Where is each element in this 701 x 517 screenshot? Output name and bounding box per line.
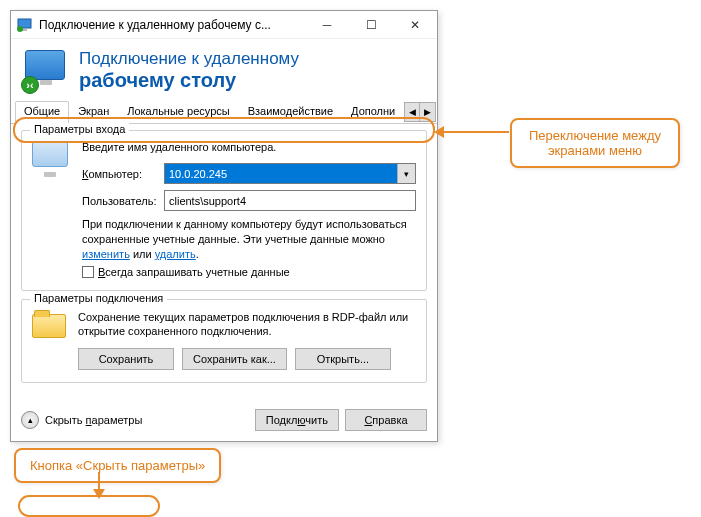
login-group: Параметры входа Введите имя удаленного к… (21, 130, 427, 291)
login-instruction: Введите имя удаленного компьютера. (82, 141, 416, 153)
user-label: Пользователь: (82, 195, 164, 207)
callout-tabs: Переключение между экранами меню (510, 118, 680, 168)
minimize-button[interactable]: ─ (305, 11, 349, 39)
maximize-button[interactable]: ☐ (349, 11, 393, 39)
app-icon (17, 17, 33, 33)
header-line1: Подключение к удаленному (79, 49, 299, 69)
user-input[interactable]: clients\support4 (164, 190, 416, 211)
edit-credentials-link[interactable]: изменить (82, 248, 130, 260)
tab-advanced[interactable]: Дополни (342, 101, 404, 124)
footer: ▴ Скрыть параметры Скрыть параметры Подк… (11, 401, 437, 441)
open-button[interactable]: Открыть... (295, 348, 391, 370)
highlight-collapse (18, 495, 160, 517)
computer-value[interactable]: 10.0.20.245 (165, 164, 397, 183)
help-button[interactable]: Справка (345, 409, 427, 431)
callout-hide: Кнопка «Скрыть параметры» (14, 448, 221, 483)
header-icon: ›‹ (25, 50, 67, 92)
chevron-down-icon[interactable]: ▾ (397, 164, 415, 183)
header-line2: рабочему столу (79, 69, 299, 92)
connect-button[interactable]: Подключить (255, 409, 339, 431)
computer-input[interactable]: 10.0.20.245 ▾ (164, 163, 416, 184)
tab-scroll-right[interactable]: ▶ (420, 102, 436, 122)
rdp-window: Подключение к удаленному рабочему с... ─… (10, 10, 438, 442)
login-group-title: Параметры входа (30, 123, 129, 135)
connection-text: Сохранение текущих параметров подключени… (78, 310, 416, 340)
arrow-hide-head (93, 489, 105, 499)
tab-experience[interactable]: Взаимодействие (239, 101, 342, 124)
hide-options-link[interactable]: Скрыть параметры (45, 414, 142, 426)
tab-general[interactable]: Общие (15, 101, 69, 124)
saved-credentials-note: При подключении к данному компьютеру буд… (82, 217, 416, 262)
titlebar: Подключение к удаленному рабочему с... ─… (11, 11, 437, 39)
always-ask-checkbox[interactable] (82, 266, 94, 278)
close-button[interactable]: ✕ (393, 11, 437, 39)
computer-icon (32, 141, 72, 181)
save-as-button[interactable]: Сохранить как... (182, 348, 287, 370)
computer-label: ККомпьютер:омпьютер: (82, 168, 164, 180)
collapse-icon[interactable]: ▴ (21, 411, 39, 429)
connection-group: Параметры подключения Сохранение текущих… (21, 299, 427, 383)
folder-icon (32, 310, 68, 340)
header: ›‹ Подключение к удаленному рабочему сто… (11, 39, 437, 100)
window-title: Подключение к удаленному рабочему с... (39, 18, 305, 32)
tab-display[interactable]: Экран (69, 101, 118, 124)
tab-local-resources[interactable]: Локальные ресурсы (118, 101, 238, 124)
tab-bar: Общие Экран Локальные ресурсы Взаимодейс… (11, 100, 437, 124)
arrow-tabs-head (434, 126, 444, 138)
svg-point-2 (17, 26, 23, 32)
arrow-tabs-line (437, 131, 509, 133)
always-ask-label: Всегда запрашивать учетные данные (98, 266, 290, 278)
connection-group-title: Параметры подключения (30, 292, 167, 304)
tab-scroll-left[interactable]: ◀ (404, 102, 420, 122)
delete-credentials-link[interactable]: удалить (155, 248, 196, 260)
save-button[interactable]: Сохранить (78, 348, 174, 370)
